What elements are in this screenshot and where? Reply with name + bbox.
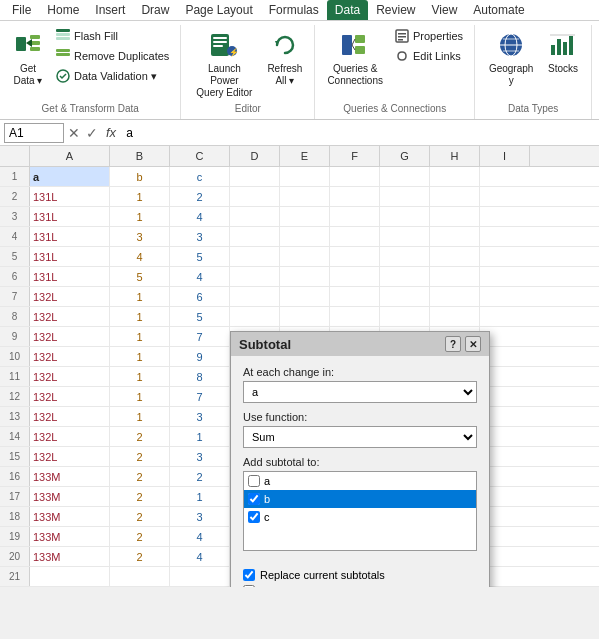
- menu-page-layout[interactable]: Page Layout: [177, 0, 260, 20]
- cell-f[interactable]: [330, 207, 380, 226]
- cell-b[interactable]: 4: [110, 247, 170, 266]
- flash-fill-button[interactable]: Flash Fill: [52, 27, 172, 45]
- cell-a[interactable]: 132L: [30, 287, 110, 306]
- data-validation-button[interactable]: Data Validation ▾: [52, 67, 172, 85]
- cell-b[interactable]: 1: [110, 327, 170, 346]
- cell-g[interactable]: [380, 187, 430, 206]
- cell-c[interactable]: 1: [170, 427, 230, 446]
- cell-c[interactable]: 7: [170, 387, 230, 406]
- cell-a[interactable]: 132L: [30, 407, 110, 426]
- cell-b[interactable]: 2: [110, 527, 170, 546]
- cell-b[interactable]: [110, 567, 170, 586]
- replace-subtotals-checkbox[interactable]: [243, 569, 255, 581]
- menu-data[interactable]: Data: [327, 0, 368, 20]
- cell-a[interactable]: [30, 567, 110, 586]
- cell-f[interactable]: [330, 307, 380, 326]
- formula-confirm-btn[interactable]: ✓: [84, 125, 100, 141]
- cell-a[interactable]: 132L: [30, 327, 110, 346]
- cell-h[interactable]: [430, 307, 480, 326]
- cell-b[interactable]: 1: [110, 307, 170, 326]
- col-header-i[interactable]: I: [480, 146, 530, 166]
- cell-c[interactable]: 4: [170, 207, 230, 226]
- cell-d[interactable]: [230, 227, 280, 246]
- cell-c[interactable]: 3: [170, 447, 230, 466]
- cell-c[interactable]: 5: [170, 307, 230, 326]
- cell-a[interactable]: 132L: [30, 367, 110, 386]
- col-header-b[interactable]: B: [110, 146, 170, 166]
- cell-c[interactable]: 9: [170, 347, 230, 366]
- cell-d[interactable]: [230, 307, 280, 326]
- cell-b[interactable]: 1: [110, 287, 170, 306]
- cell-h[interactable]: [430, 227, 480, 246]
- cell-c[interactable]: 4: [170, 527, 230, 546]
- cell-e[interactable]: [280, 167, 330, 186]
- cell-a[interactable]: 132L: [30, 427, 110, 446]
- cell-reference-input[interactable]: [4, 123, 64, 143]
- cell-b[interactable]: 2: [110, 427, 170, 446]
- cell-g[interactable]: [380, 287, 430, 306]
- col-header-c[interactable]: C: [170, 146, 230, 166]
- cell-c[interactable]: 5: [170, 247, 230, 266]
- cell-a[interactable]: 131L: [30, 227, 110, 246]
- cell-b[interactable]: 1: [110, 187, 170, 206]
- cell-e[interactable]: [280, 287, 330, 306]
- cell-e[interactable]: [280, 247, 330, 266]
- cell-c[interactable]: 4: [170, 267, 230, 286]
- cell-d[interactable]: [230, 187, 280, 206]
- cell-c[interactable]: 2: [170, 187, 230, 206]
- menu-formulas[interactable]: Formulas: [261, 0, 327, 20]
- cell-g[interactable]: [380, 227, 430, 246]
- formula-cancel-btn[interactable]: ✕: [66, 125, 82, 141]
- cell-f[interactable]: [330, 267, 380, 286]
- cell-d[interactable]: [230, 167, 280, 186]
- menu-file[interactable]: File: [4, 0, 39, 20]
- cell-c[interactable]: [170, 567, 230, 586]
- cell-b[interactable]: 1: [110, 347, 170, 366]
- cell-b[interactable]: 2: [110, 507, 170, 526]
- cell-b[interactable]: 2: [110, 467, 170, 486]
- queries-connections-button[interactable]: Queries &Connections: [323, 27, 387, 89]
- edit-links-button[interactable]: Edit Links: [391, 47, 466, 65]
- cell-g[interactable]: [380, 267, 430, 286]
- menu-draw[interactable]: Draw: [133, 0, 177, 20]
- cell-b[interactable]: 1: [110, 367, 170, 386]
- cell-a[interactable]: 131L: [30, 187, 110, 206]
- stocks-button[interactable]: Stocks: [543, 27, 583, 77]
- cell-h[interactable]: [430, 187, 480, 206]
- list-item[interactable]: b: [244, 490, 476, 508]
- cell-c[interactable]: c: [170, 167, 230, 186]
- cell-b[interactable]: 1: [110, 407, 170, 426]
- cell-b[interactable]: 3: [110, 227, 170, 246]
- cell-c[interactable]: 6: [170, 287, 230, 306]
- col-header-a[interactable]: A: [30, 146, 110, 166]
- cell-g[interactable]: [380, 207, 430, 226]
- cell-e[interactable]: [280, 307, 330, 326]
- cell-a[interactable]: 133M: [30, 467, 110, 486]
- cell-c[interactable]: 4: [170, 547, 230, 566]
- cell-f[interactable]: [330, 187, 380, 206]
- menu-view[interactable]: View: [424, 0, 466, 20]
- col-header-h[interactable]: H: [430, 146, 480, 166]
- dialog-close-btn[interactable]: ✕: [465, 336, 481, 352]
- cell-b[interactable]: 2: [110, 447, 170, 466]
- cell-a[interactable]: 133M: [30, 487, 110, 506]
- menu-automate[interactable]: Automate: [465, 0, 532, 20]
- menu-insert[interactable]: Insert: [87, 0, 133, 20]
- cell-c[interactable]: 7: [170, 327, 230, 346]
- launch-pq-button[interactable]: ⚡ Launch PowerQuery Editor: [189, 27, 259, 101]
- cell-g[interactable]: [380, 167, 430, 186]
- col-header-f[interactable]: F: [330, 146, 380, 166]
- cell-c[interactable]: 2: [170, 467, 230, 486]
- cell-e[interactable]: [280, 207, 330, 226]
- cell-c[interactable]: 3: [170, 407, 230, 426]
- cell-a[interactable]: 133M: [30, 507, 110, 526]
- menu-home[interactable]: Home: [39, 0, 87, 20]
- add-subtotal-listbox[interactable]: abc: [243, 471, 477, 551]
- refresh-all-button[interactable]: RefreshAll ▾: [263, 27, 306, 89]
- remove-duplicates-button[interactable]: Remove Duplicates: [52, 47, 172, 65]
- cell-g[interactable]: [380, 307, 430, 326]
- cell-f[interactable]: [330, 287, 380, 306]
- cell-d[interactable]: [230, 207, 280, 226]
- cell-e[interactable]: [280, 227, 330, 246]
- cell-b[interactable]: 2: [110, 487, 170, 506]
